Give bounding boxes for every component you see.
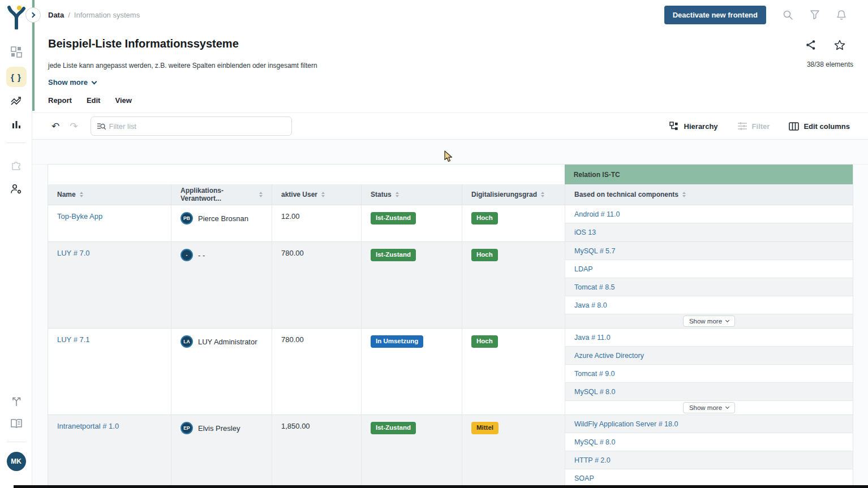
name-link[interactable]: LUY # 7.0 [57, 249, 90, 257]
status-badge: Ist-Zustand [371, 422, 416, 434]
component-link[interactable]: MySQL # 8.0 [574, 388, 616, 396]
components-cell: WildFly Application Server # 18.0MySQL #… [565, 415, 853, 487]
column-label: Based on technical components [574, 191, 678, 198]
sidebar-item-user-admin[interactable] [0, 183, 32, 195]
global-filter-button[interactable] [810, 10, 820, 20]
column-header[interactable]: Status [362, 184, 462, 205]
menu-view[interactable]: View [115, 96, 131, 105]
sidebar-item-documentation[interactable] [0, 418, 32, 429]
name-link[interactable]: Top-Byke App [57, 212, 102, 221]
status-badge: Ist-Zustand [371, 249, 416, 261]
sidebar-item-branching[interactable] [0, 396, 32, 407]
component-row: MySQL # 8.0 [565, 433, 853, 451]
sort-icon[interactable] [682, 192, 686, 197]
sidebar-item-data-modeling[interactable]: { } [0, 67, 32, 87]
component-link[interactable]: Java # 8.0 [574, 301, 607, 309]
bell-icon [836, 10, 846, 20]
component-link[interactable]: Java # 11.0 [574, 334, 611, 342]
component-link[interactable]: MySQL # 8.0 [574, 438, 616, 446]
topbar: Data / Information systems Deactivate ne… [32, 0, 868, 29]
sidebar: { } [0, 0, 32, 488]
favorite-button[interactable] [834, 40, 845, 50]
active-users-value: 780.00 [281, 249, 304, 257]
sort-icon[interactable] [321, 192, 325, 197]
component-row: Tomcat # 8.5 [565, 278, 853, 296]
component-link[interactable]: iOS 13 [574, 228, 596, 236]
show-more-label: Show more [689, 318, 722, 325]
expand-panel-button[interactable] [25, 7, 41, 23]
edit-columns-button[interactable]: Edit columns [789, 122, 850, 131]
column-header[interactable]: aktive User [272, 184, 362, 205]
column-header[interactable]: Name [48, 184, 171, 205]
information-systems-table: Relation IS-TC NameApplikations-Verantwo… [48, 164, 853, 488]
dashboard-grid-icon [11, 46, 22, 58]
sort-icon[interactable] [80, 192, 83, 197]
component-link[interactable]: WildFly Application Server # 18.0 [574, 420, 678, 428]
share-button[interactable] [806, 40, 816, 50]
filter-button[interactable]: Filter [737, 122, 770, 131]
owner-cell: EPElvis Presley [171, 415, 272, 487]
menu-edit[interactable]: Edit [87, 96, 101, 105]
breadcrumb-information-systems[interactable]: Information systems [74, 11, 140, 19]
search-button[interactable] [783, 10, 793, 20]
breadcrumb-data[interactable]: Data [48, 11, 64, 19]
sidebar-item-dashboard[interactable] [0, 46, 32, 58]
column-header[interactable]: Digitalisierungsgrad [462, 184, 565, 205]
owner-name: - - [198, 251, 205, 260]
deactivate-frontend-button[interactable]: Deactivate new frontend [664, 6, 766, 24]
component-link[interactable]: Azure Active Directory [574, 352, 644, 360]
column-label: Name [57, 191, 76, 198]
table-header-row: NameApplikations-Verantwort...aktive Use… [48, 184, 853, 205]
show-more-components-button[interactable]: Show more [683, 402, 735, 413]
column-header[interactable]: Applikations-Verantwort... [171, 184, 272, 205]
notifications-button[interactable] [836, 10, 846, 20]
sidebar-item-reports[interactable] [0, 120, 32, 130]
owner-name: LUY Administrator [198, 338, 257, 346]
hierarchy-icon [669, 122, 680, 131]
component-link[interactable]: Tomcat # 9.0 [574, 370, 615, 378]
star-icon [834, 40, 845, 50]
table-row: Top-Byke AppPBPierce Brosnan12.00Ist-Zus… [48, 205, 853, 241]
active-users-cell: 12.00 [272, 205, 362, 241]
sort-icon[interactable] [259, 192, 263, 197]
table-row: LUY # 7.1LALUY Administrator780.00In Ums… [48, 328, 853, 414]
digitalisierungsgrad-cell: Mittel [462, 415, 565, 487]
chevron-down-icon [725, 405, 729, 409]
grade-badge: Mittel [471, 422, 499, 434]
active-users-value: 1,850.00 [281, 422, 310, 430]
component-link[interactable]: HTTP # 2.0 [574, 456, 611, 464]
show-more-description-button[interactable]: Show more [48, 78, 96, 87]
owner-avatar: EP [181, 422, 193, 434]
owner: -- - [181, 249, 263, 261]
user-avatar[interactable]: MK [7, 452, 26, 471]
name-link[interactable]: LUY # 7.1 [57, 335, 90, 344]
component-link[interactable]: SOAP [574, 474, 594, 482]
show-more-label: Show more [48, 78, 88, 87]
sort-icon[interactable] [396, 192, 399, 197]
undo-button[interactable]: ↶ [51, 120, 59, 132]
column-label: aktive User [281, 191, 317, 198]
component-link[interactable]: MySQL # 5.7 [574, 247, 616, 255]
active-users-cell: 780.00 [272, 329, 362, 414]
table-group-header-row: Relation IS-TC [48, 165, 853, 184]
show-more-components-button[interactable]: Show more [683, 316, 735, 327]
component-link[interactable]: Android # 11.0 [574, 210, 620, 218]
user-menu[interactable]: MK [0, 452, 32, 471]
sidebar-item-trends[interactable] [0, 96, 32, 106]
hierarchy-button[interactable]: Hierarchy [669, 122, 718, 131]
sidebar-item-plugins[interactable] [0, 159, 32, 171]
redo-button[interactable]: ↷ [70, 120, 78, 132]
chevron-down-icon [725, 318, 729, 322]
digitalisierungsgrad-cell: Hoch [462, 329, 565, 414]
component-link[interactable]: LDAP [574, 265, 593, 273]
filter-list-input[interactable] [109, 122, 286, 131]
component-link[interactable]: Tomcat # 8.5 [574, 283, 615, 291]
column-header[interactable]: Based on technical components [565, 184, 853, 205]
component-row: Android # 11.0 [565, 205, 853, 223]
components-cell: Java # 11.0Azure Active DirectoryTomcat … [565, 329, 853, 414]
name-link[interactable]: Intranetportal # 1.0 [57, 422, 119, 430]
luy-logo-icon [6, 6, 27, 29]
menu-report[interactable]: Report [48, 96, 72, 105]
content-area: Relation IS-TC NameApplikations-Verantwo… [32, 140, 868, 488]
sort-icon[interactable] [541, 192, 544, 197]
